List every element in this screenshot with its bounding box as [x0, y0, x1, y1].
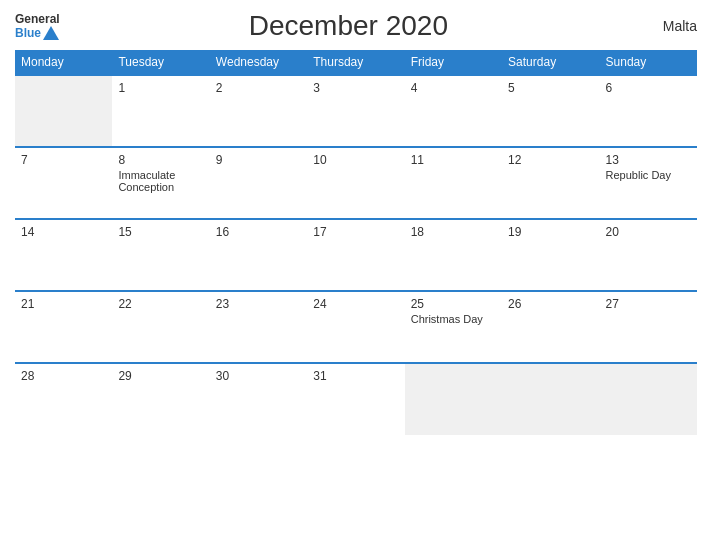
- calendar-week-5: 28293031: [15, 363, 697, 435]
- day-number: 27: [606, 297, 691, 311]
- weekday-header-monday: Monday: [15, 50, 112, 75]
- calendar-week-2: 78Immaculate Conception910111213Republic…: [15, 147, 697, 219]
- day-number: 11: [411, 153, 496, 167]
- calendar-cell: 17: [307, 219, 404, 291]
- day-number: 23: [216, 297, 301, 311]
- day-number: 8: [118, 153, 203, 167]
- day-number: 21: [21, 297, 106, 311]
- day-number: 18: [411, 225, 496, 239]
- calendar-header-row: MondayTuesdayWednesdayThursdayFridaySatu…: [15, 50, 697, 75]
- day-number: 14: [21, 225, 106, 239]
- calendar-wrapper: General Blue December 2020 Malta MondayT…: [0, 0, 712, 550]
- day-number: 12: [508, 153, 593, 167]
- calendar-cell: 30: [210, 363, 307, 435]
- calendar-cell: 13Republic Day: [600, 147, 697, 219]
- day-number: 5: [508, 81, 593, 95]
- logo-blue-text: Blue: [15, 26, 41, 40]
- day-number: 10: [313, 153, 398, 167]
- calendar-cell: 4: [405, 75, 502, 147]
- day-number: 26: [508, 297, 593, 311]
- holiday-label: Christmas Day: [411, 313, 496, 325]
- day-number: 30: [216, 369, 301, 383]
- day-number: 13: [606, 153, 691, 167]
- day-number: 19: [508, 225, 593, 239]
- calendar-week-3: 14151617181920: [15, 219, 697, 291]
- calendar-header: General Blue December 2020 Malta: [15, 10, 697, 42]
- logo-triangle-icon: [43, 26, 59, 40]
- calendar-cell: 8Immaculate Conception: [112, 147, 209, 219]
- calendar-cell: 27: [600, 291, 697, 363]
- day-number: 15: [118, 225, 203, 239]
- calendar-cell: 26: [502, 291, 599, 363]
- weekday-header-tuesday: Tuesday: [112, 50, 209, 75]
- calendar-cell: 9: [210, 147, 307, 219]
- day-number: 2: [216, 81, 301, 95]
- day-number: 29: [118, 369, 203, 383]
- calendar-cell: 20: [600, 219, 697, 291]
- calendar-cell: 1: [112, 75, 209, 147]
- logo: General Blue: [15, 12, 60, 41]
- calendar-cell: [502, 363, 599, 435]
- calendar-cell: 6: [600, 75, 697, 147]
- calendar-cell: 21: [15, 291, 112, 363]
- weekday-header-saturday: Saturday: [502, 50, 599, 75]
- calendar-cell: [405, 363, 502, 435]
- calendar-cell: 12: [502, 147, 599, 219]
- calendar-cell: 22: [112, 291, 209, 363]
- weekday-header-wednesday: Wednesday: [210, 50, 307, 75]
- calendar-cell: 31: [307, 363, 404, 435]
- calendar-cell: 14: [15, 219, 112, 291]
- day-number: 6: [606, 81, 691, 95]
- day-number: 4: [411, 81, 496, 95]
- weekday-header-thursday: Thursday: [307, 50, 404, 75]
- calendar-cell: 23: [210, 291, 307, 363]
- calendar-cell: [15, 75, 112, 147]
- calendar-cell: 5: [502, 75, 599, 147]
- calendar-cell: 19: [502, 219, 599, 291]
- holiday-label: Immaculate Conception: [118, 169, 203, 193]
- calendar-week-4: 2122232425Christmas Day2627: [15, 291, 697, 363]
- day-number: 3: [313, 81, 398, 95]
- month-title: December 2020: [60, 10, 637, 42]
- day-number: 22: [118, 297, 203, 311]
- calendar-cell: 24: [307, 291, 404, 363]
- calendar-table: MondayTuesdayWednesdayThursdayFridaySatu…: [15, 50, 697, 435]
- day-number: 20: [606, 225, 691, 239]
- day-number: 16: [216, 225, 301, 239]
- calendar-cell: 25Christmas Day: [405, 291, 502, 363]
- day-number: 28: [21, 369, 106, 383]
- calendar-cell: [600, 363, 697, 435]
- calendar-cell: 15: [112, 219, 209, 291]
- day-number: 17: [313, 225, 398, 239]
- calendar-cell: 11: [405, 147, 502, 219]
- calendar-cell: 28: [15, 363, 112, 435]
- day-number: 7: [21, 153, 106, 167]
- day-number: 31: [313, 369, 398, 383]
- calendar-cell: 10: [307, 147, 404, 219]
- calendar-cell: 2: [210, 75, 307, 147]
- calendar-week-1: 123456: [15, 75, 697, 147]
- day-number: 24: [313, 297, 398, 311]
- calendar-cell: 16: [210, 219, 307, 291]
- day-number: 1: [118, 81, 203, 95]
- day-number: 9: [216, 153, 301, 167]
- calendar-cell: 29: [112, 363, 209, 435]
- holiday-label: Republic Day: [606, 169, 691, 181]
- weekday-header-sunday: Sunday: [600, 50, 697, 75]
- weekday-header-friday: Friday: [405, 50, 502, 75]
- day-number: 25: [411, 297, 496, 311]
- country-label: Malta: [637, 18, 697, 34]
- calendar-cell: 18: [405, 219, 502, 291]
- logo-general-text: General: [15, 12, 60, 26]
- calendar-cell: 7: [15, 147, 112, 219]
- calendar-cell: 3: [307, 75, 404, 147]
